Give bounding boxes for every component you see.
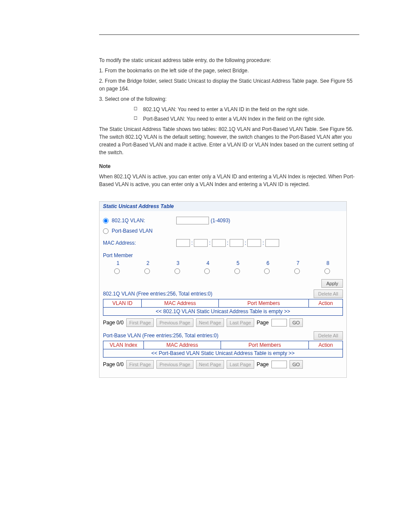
port-label-3: 3 [163,260,193,266]
note-label: Note [99,163,111,169]
radio-8021q-vlan[interactable]: 802.1Q VLAN: [103,218,145,224]
first-page-button-1[interactable]: First Page [126,318,154,327]
bullet-icon: ◻ [134,106,143,113]
port-label-2: 2 [133,260,163,266]
mac-octet-3[interactable] [212,239,226,247]
panel-title: Static Unicast Address Table [100,202,346,211]
port-radio-4[interactable] [204,268,210,274]
previous-page-button-1[interactable]: Previous Page [156,318,193,327]
doc-step-2: 2. From the Bridge folder, select Static… [99,77,359,93]
pager-page-label-2: Page 0/0 [103,361,124,367]
col-vlan-index: VLAN Index [103,341,144,349]
next-page-button-1[interactable]: Next Page [196,318,224,327]
first-page-button-2[interactable]: First Page [126,360,154,369]
next-page-button-2[interactable]: Next Page [196,360,224,369]
table-8021q-empty: << 802.1Q VLAN Static Unicast Address Ta… [103,308,343,316]
doc-para-5: The Static Unicast Address Table shows t… [99,125,359,156]
doc-bullet-1: 802.1Q VLAN: You need to enter a VLAN ID… [143,106,359,113]
mac-address-label: MAC Address: [103,240,176,246]
port-label-7: 7 [283,260,313,266]
previous-page-button-2[interactable]: Previous Page [156,360,193,369]
vlan-range-label: (1-4093) [211,218,230,224]
page-word-2: Page [257,361,269,367]
radio-port-based-vlan-input[interactable] [103,228,109,234]
header-rule [99,34,359,35]
bullet-icon: ◻ [134,115,143,123]
mac-octet-1[interactable] [176,239,190,247]
mac-octet-2[interactable] [194,239,208,247]
port-member-heading: Port Member [103,252,343,258]
section-portbase-label: Port-Base VLAN (Free entries:256, Total … [103,333,218,339]
port-label-4: 4 [193,260,223,266]
last-page-button-1[interactable]: Last Page [227,318,254,327]
port-radio-7[interactable] [294,268,300,274]
mac-octet-5[interactable] [247,239,261,247]
port-label-1: 1 [103,260,133,266]
table-portbase: VLAN Index MAC Address Port Members Acti… [103,341,343,358]
go-button-2[interactable]: GO [290,360,303,369]
port-radio-1[interactable] [114,268,120,274]
col-port-members-2: Port Members [221,341,309,349]
port-radio-8[interactable] [324,268,330,274]
vlan-id-input[interactable] [176,217,209,224]
page-word-1: Page [257,320,269,326]
col-action-2: Action [309,341,343,349]
last-page-button-2[interactable]: Last Page [227,360,254,369]
go-button-1[interactable]: GO [290,318,303,327]
port-radio-5[interactable] [234,268,240,274]
port-label-8: 8 [313,260,343,266]
col-port-members: Port Members [219,299,309,308]
port-radio-6[interactable] [264,268,270,274]
doc-bullet-2: Port-Based VLAN: You need to enter a VLA… [143,115,359,123]
col-action: Action [309,299,343,308]
col-mac-address: MAC Address [142,299,219,308]
radio-port-based-vlan[interactable]: Port-Based VLAN [103,228,153,234]
section-8021q-label: 802.1Q VLAN (Free entries:256, Total ent… [103,291,212,297]
delete-all-button-8021q[interactable]: Delete All [314,289,343,298]
static-unicast-panel: Static Unicast Address Table 802.1Q VLAN… [99,201,347,378]
apply-button[interactable]: Apply [321,279,343,288]
doc-step-3: 3. Select one of the following: [99,95,359,103]
table-8021q: VLAN ID MAC Address Port Members Action … [103,299,343,316]
note-body: When 802.1Q VLAN is active, you can ente… [99,173,359,188]
pager-page-label-1: Page 0/0 [103,320,124,326]
doc-step-1: 1. From the bookmarks on the left side o… [99,67,359,75]
document-text: To modify the static unicast address tab… [99,56,359,188]
page-input-2[interactable] [271,361,287,368]
port-radio-3[interactable] [174,268,180,274]
table-portbase-empty: << Port-Based VLAN Static Unicast Addres… [103,349,343,358]
doc-para-1: To modify the static unicast address tab… [99,56,359,64]
mac-octet-4[interactable] [230,239,243,247]
col-mac-address-2: MAC Address [144,341,221,349]
delete-all-button-portbase[interactable]: Delete All [314,331,343,340]
mac-octet-6[interactable] [265,239,279,247]
radio-8021q-vlan-input[interactable] [103,218,109,224]
port-radio-2[interactable] [144,268,150,274]
port-number-row: 1 2 3 4 5 6 7 8 [103,260,343,266]
port-label-6: 6 [253,260,283,266]
port-label-5: 5 [223,260,253,266]
page-input-1[interactable] [271,319,287,327]
col-vlan-id: VLAN ID [103,299,142,308]
